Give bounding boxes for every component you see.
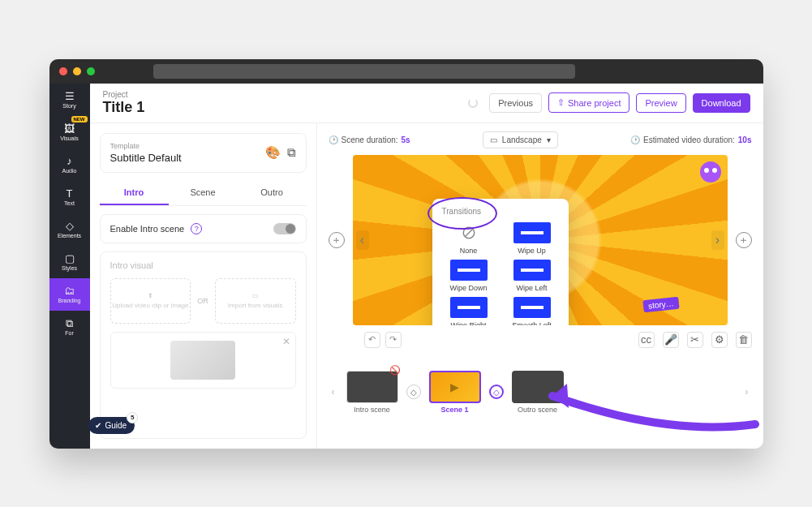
remove-icon[interactable]: ✕ xyxy=(282,336,290,347)
timeline-intro-scene[interactable]: 🚫 Intro scene xyxy=(346,371,398,414)
new-badge: NEW xyxy=(71,116,88,122)
canvas-tools: ↶ ↷ cc 🎤 ✂ ⚙ 🗑 xyxy=(329,332,752,348)
est-duration-value: 10s xyxy=(738,135,752,144)
sidebar-item-label: Elements xyxy=(58,233,81,238)
scene-duration-value[interactable]: 5s xyxy=(402,135,410,144)
scene-box[interactable] xyxy=(512,371,564,403)
maximize-icon[interactable] xyxy=(87,67,95,75)
image-icon: ▭ xyxy=(252,292,259,299)
popover-title: Transitions xyxy=(442,207,559,216)
import-box[interactable]: ▭ Import from visuals xyxy=(215,278,296,324)
enable-intro-label: Enable Intro scene xyxy=(110,224,185,234)
sidebar-item-text[interactable]: T Text xyxy=(49,181,90,213)
window-controls xyxy=(59,67,95,75)
sidebar-item-label: Visuals xyxy=(60,135,78,141)
guide-label: Guide xyxy=(105,421,127,430)
preview-button[interactable]: Preview xyxy=(636,93,685,113)
chevron-down-icon: ▾ xyxy=(547,135,551,144)
branding-icon: 🗂 xyxy=(64,286,75,296)
sidebar-item-elements[interactable]: ◇ Elements xyxy=(49,213,90,246)
trim-tool[interactable]: ✂ xyxy=(687,332,703,348)
page-title[interactable]: Title 1 xyxy=(103,99,462,116)
clock-icon: 🕑 xyxy=(329,135,338,144)
enable-intro-row: Enable Intro scene ? xyxy=(100,214,307,243)
palette-icon[interactable]: 🎨 xyxy=(265,145,281,160)
transition-thumb xyxy=(450,297,488,318)
upload-box[interactable]: ⬆ Upload video clip or image xyxy=(110,278,191,324)
canvas[interactable]: ‹ › story… Transitions xyxy=(353,155,728,325)
intro-preview: ✕ xyxy=(110,332,296,389)
titlebar xyxy=(49,59,763,84)
add-scene-left-button[interactable]: ＋ xyxy=(329,232,345,248)
transition-wipe-up[interactable]: Wipe Up xyxy=(505,222,559,255)
svg-line-1 xyxy=(465,229,472,236)
sidebar-item-audio[interactable]: ♪ Audio xyxy=(49,148,90,181)
story-chip[interactable]: story… xyxy=(642,296,679,312)
tab-scene[interactable]: Scene xyxy=(169,181,238,205)
format-icon: ⧉ xyxy=(66,318,73,329)
transition-wipe-left[interactable]: Wipe Left xyxy=(505,260,559,292)
preview-thumb[interactable] xyxy=(170,341,235,380)
guide-count: 5 xyxy=(127,412,138,423)
transition-none[interactable]: None xyxy=(442,222,496,255)
download-button[interactable]: Download xyxy=(693,93,750,113)
intro-visual-section: Intro visual ⬆ Upload video clip or imag… xyxy=(100,251,307,439)
logo-icon xyxy=(700,161,721,183)
sidebar-item-branding[interactable]: 🗂 Branding xyxy=(49,278,90,311)
sidebar-item-label: Audio xyxy=(62,168,77,174)
add-scene-right-button[interactable]: ＋ xyxy=(736,232,752,248)
enable-intro-toggle[interactable] xyxy=(273,223,296,234)
mic-tool[interactable]: 🎤 xyxy=(663,332,679,348)
transition-chip[interactable]: ◇ xyxy=(406,385,421,399)
close-icon[interactable] xyxy=(59,67,67,75)
sidebar-item-format[interactable]: ⧉ For xyxy=(49,311,90,343)
redo-button[interactable]: ↷ xyxy=(385,332,402,348)
caption-tool[interactable]: cc xyxy=(638,332,655,348)
none-icon xyxy=(450,222,488,243)
sidebar-item-visuals[interactable]: NEW 🖼 Visuals xyxy=(49,116,90,148)
settings-tool[interactable]: ⚙ xyxy=(711,332,728,348)
previous-button[interactable]: Previous xyxy=(489,93,542,113)
left-panel: Template Subtitle Default 🎨 ⧉ Intro Scen… xyxy=(90,123,317,449)
timeline: ‹ 🚫 Intro scene ◇ Scene 1 ◇ xyxy=(329,371,752,414)
sidebar-item-label: Styles xyxy=(62,265,77,271)
next-scene-caret[interactable]: › xyxy=(711,230,724,250)
sidebar-item-story[interactable]: ☰ Story xyxy=(49,84,90,116)
orientation-select[interactable]: ▭Landscape▾ xyxy=(483,131,558,148)
prev-scene-caret[interactable]: ‹ xyxy=(356,230,369,250)
sidebar-item-styles[interactable]: ▢ Styles xyxy=(49,246,90,278)
share-button[interactable]: ⇧Share project xyxy=(548,92,629,113)
timeline-next[interactable]: › xyxy=(742,383,752,401)
header: Project Title 1 Previous ⇧Share project … xyxy=(90,84,763,123)
transition-thumb xyxy=(513,260,551,281)
delete-tool[interactable]: 🗑 xyxy=(736,332,752,348)
transition-wipe-right[interactable]: Wipe Right xyxy=(442,297,496,325)
help-icon[interactable]: ? xyxy=(191,223,202,234)
scene-box[interactable] xyxy=(429,371,481,403)
landscape-icon: ▭ xyxy=(490,135,497,144)
scene-label: Scene 1 xyxy=(440,406,468,414)
est-duration-label: Estimated video duration: xyxy=(643,135,735,144)
scene-label: Intro scene xyxy=(354,406,390,414)
minimize-icon[interactable] xyxy=(73,67,81,75)
timeline-scene-1[interactable]: Scene 1 xyxy=(429,371,481,414)
copy-icon[interactable]: ⧉ xyxy=(287,145,296,160)
url-bar[interactable] xyxy=(153,64,575,79)
transition-wipe-down[interactable]: Wipe Down xyxy=(442,260,496,292)
tab-outro[interactable]: Outro xyxy=(238,181,307,205)
guide-button[interactable]: ✔ Guide 5 xyxy=(88,417,135,434)
visuals-icon: 🖼 xyxy=(64,123,75,134)
scene-box[interactable]: 🚫 xyxy=(346,371,398,403)
undo-button[interactable]: ↶ xyxy=(364,332,380,348)
transition-smooth-left[interactable]: Smooth Left xyxy=(505,297,559,325)
timeline-outro-scene[interactable]: Outro scene xyxy=(512,371,564,414)
clock-icon: 🕑 xyxy=(630,135,640,144)
audio-icon: ♪ xyxy=(67,156,72,166)
tab-intro[interactable]: Intro xyxy=(100,181,169,205)
check-icon: ✔ xyxy=(95,421,101,430)
timeline-prev[interactable]: ‹ xyxy=(329,383,338,401)
upload-label: Upload video clip or image xyxy=(112,302,188,309)
sidebar-item-label: For xyxy=(65,330,74,336)
transition-chip-active[interactable]: ◇ xyxy=(489,385,504,399)
transitions-popover: Transitions None Wipe Up xyxy=(432,199,569,325)
